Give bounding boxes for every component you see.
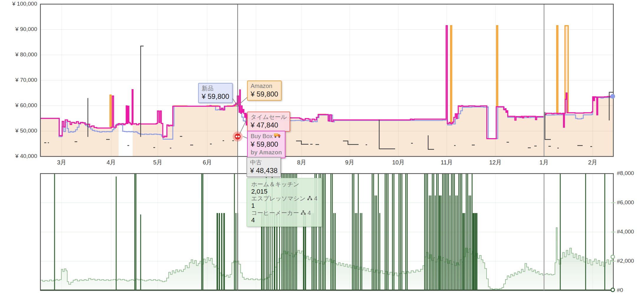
price-ytick-label: ¥ 90,000 <box>0 26 37 32</box>
rank-sub2-depth: 4 <box>308 210 311 216</box>
month-label: 6月 <box>197 159 218 166</box>
subcategory-tree-icon <box>307 195 312 202</box>
tooltip-buybox-title: Buy Box <box>251 133 272 140</box>
rank-ytick-label: #4,000 <box>617 228 643 235</box>
month-label: 2月 <box>582 159 603 166</box>
rank-ytick-label: #0 <box>617 287 643 293</box>
tooltip-buybox-price: Buy Box ¥ 59,800 by Amazon <box>247 131 285 158</box>
price-ytick-label: ¥ 70,000 <box>0 77 37 83</box>
rank-sub2-value: 4 <box>251 216 317 224</box>
tooltip-timesale-title: タイムセール <box>251 114 287 120</box>
month-label: 3月 <box>51 159 72 166</box>
month-label: 8月 <box>291 159 312 166</box>
price-ytick-label: ¥ 40,000 <box>0 153 37 159</box>
month-label: 10月 <box>388 159 409 166</box>
price-ytick-label: ¥ 100,000 <box>0 1 37 7</box>
tooltip-timesale-value: ¥ 47,840 <box>251 121 287 129</box>
keepa-price-history-chart: ¥ 100,000¥ 90,000¥ 80,000¥ 70,000¥ 60,00… <box>0 0 644 294</box>
month-label: 11月 <box>436 159 457 166</box>
subcategory-tree-icon <box>301 210 306 216</box>
month-label: 9月 <box>339 159 360 166</box>
rank-sub1-label: エスプレッソマシン <box>251 195 305 202</box>
delivery-truck-icon <box>274 133 281 140</box>
month-label: 4月 <box>101 159 121 166</box>
rank-ytick-label: #8,000 <box>617 170 643 177</box>
month-label: 12月 <box>485 159 506 166</box>
tooltip-used-price: 中古 ¥ 48,438 <box>247 157 281 177</box>
rank-category-label: ホーム＆キッチン <box>251 181 317 188</box>
month-label: 5月 <box>147 159 168 166</box>
tooltip-amazon-price: Amazon ¥ 59,800 <box>247 81 282 101</box>
tooltip-used-title: 中古 <box>250 159 277 166</box>
price-ytick-label: ¥ 60,000 <box>0 102 37 109</box>
rank-ytick-label: #6,000 <box>617 199 643 206</box>
tooltip-sales-rank: ホーム＆キッチン 2,015 エスプレッソマシン 4 1 コーヒーメーカー <box>247 178 322 227</box>
tooltip-amazon-title: Amazon <box>251 83 278 89</box>
tooltip-new-price: 新品 ¥ 59,800 <box>198 83 233 103</box>
tooltip-timesale-price: タイムセール ¥ 47,840 <box>247 112 290 132</box>
price-chart-plot-area[interactable] <box>40 4 613 156</box>
tooltip-new-title: 新品 <box>202 85 229 92</box>
rank-chart-plot-area[interactable] <box>40 174 613 290</box>
price-ytick-label: ¥ 50,000 <box>0 128 37 134</box>
tooltip-used-value: ¥ 48,438 <box>250 166 277 175</box>
price-ytick-label: ¥ 80,000 <box>0 51 37 58</box>
tooltip-amazon-value: ¥ 59,800 <box>251 90 278 98</box>
rank-sub2-label: コーヒーメーカー <box>251 210 299 216</box>
rank-ytick-label: #2,000 <box>617 258 643 264</box>
rank-sub1-value: 1 <box>251 202 317 209</box>
month-label: 1月 <box>534 159 554 166</box>
rank-sub1-depth: 4 <box>314 195 317 202</box>
tooltip-buybox-value: ¥ 59,800 <box>251 140 282 148</box>
rank-category-value: 2,015 <box>251 188 317 195</box>
tooltip-new-value: ¥ 59,800 <box>202 92 229 101</box>
tooltip-buybox-byline: by Amazon <box>251 149 282 156</box>
